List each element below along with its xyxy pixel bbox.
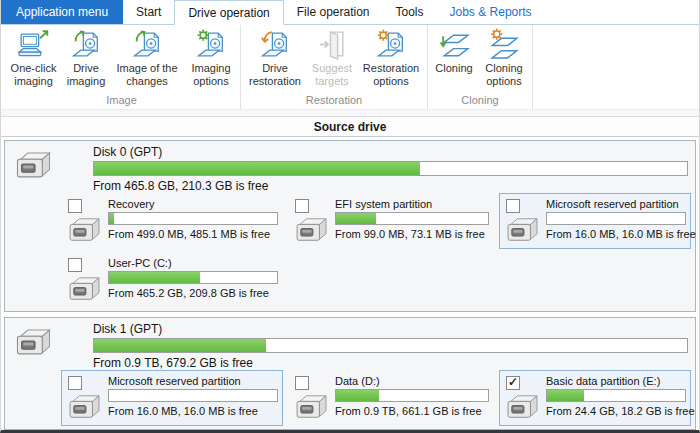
ribbon-button-label: Cloning options [479,62,529,88]
tab-application-menu[interactable]: Application menu [1,0,123,24]
ribbon-button-one-click-imaging[interactable]: One-click imaging [5,26,62,90]
ribbon-splitter [1,109,699,117]
used-space-fill [109,213,114,224]
disk-header[interactable]: Disk 1 (GPT)From 0.9 TB, 679.2 GB is fre… [5,318,695,370]
partition-row: Microsoft reserved partitionFrom 16.0 MB… [5,370,695,429]
ribbon-button-label: Restoration options [358,62,424,88]
partition-free-text: From 0.9 TB, 661.1 GB is free [335,405,489,417]
used-space-bar [108,389,278,402]
partition-row: RecoveryFrom 499.0 MB, 485.1 MB is free … [5,193,695,252]
partition-card-microsoft-reserved-partition[interactable]: Microsoft reserved partitionFrom 16.0 MB… [61,370,283,426]
partition-card-data-d[interactable]: Data (D:)From 0.9 TB, 661.1 GB is free [288,370,494,426]
used-space-bar [93,338,688,353]
partition-free-text: From 16.0 MB, 16.0 MB is free [546,228,686,240]
partition-title: Basic data partition (E:) [546,375,686,387]
used-space-fill [336,390,379,401]
ribbon-button-suggest-targets[interactable]: Suggest targets [307,26,357,90]
one-click-imaging-icon [17,28,50,61]
ribbon-button-image-of-the-changes[interactable]: Image of the changes [110,26,184,90]
used-space-bar [546,389,686,402]
used-space-bar [335,389,489,402]
tab-tools[interactable]: Tools [383,0,437,24]
tab-jobs-reports[interactable]: Jobs & Reports [437,0,545,24]
partition-drive-icon [293,393,331,421]
ribbon-button-drive-restoration[interactable]: Drive restoration [243,26,307,90]
partition-checkbox[interactable] [68,376,82,390]
suggest-targets-icon [316,28,349,61]
disk-panel-disk-1-gpt: Disk 1 (GPT)From 0.9 TB, 679.2 GB is fre… [4,317,696,430]
imaging-options-icon [195,28,228,61]
partition-card-recovery[interactable]: RecoveryFrom 499.0 MB, 485.1 MB is free [61,193,283,249]
partition-free-text: From 24.4 GB, 18.2 GB is free [546,405,686,417]
ribbon-button-label: One-click imaging [6,62,61,88]
partition-card-basic-data-partition-e[interactable]: Basic data partition (E:)From 24.4 GB, 1… [499,370,691,426]
partition-checkbox[interactable] [506,376,520,390]
partition-drive-icon [66,275,104,303]
partition-title: Microsoft reserved partition [108,375,278,387]
partition-checkbox[interactable] [68,258,82,272]
disk-header[interactable]: Disk 0 (GPT)From 465.8 GB, 210.3 GB is f… [5,141,695,193]
restoration-options-icon [375,28,408,61]
used-space-fill [547,390,584,401]
tab-start[interactable]: Start [123,0,174,24]
partition-free-text: From 499.0 MB, 485.1 MB is free [108,228,278,240]
cloning-icon [438,28,471,61]
used-space-fill [94,339,266,352]
disk-title: Disk 1 (GPT) [93,322,688,336]
image-of-changes-icon [131,28,164,61]
partition-card-efi-system-partition[interactable]: EFI system partitionFrom 99.0 MB, 73.1 M… [288,193,494,249]
tab-drive-operation[interactable]: Drive operation [174,0,283,25]
ribbon-button-label: Drive imaging [63,62,109,88]
partition-title: Data (D:) [335,375,489,387]
ribbon-button-cloning[interactable]: Cloning [430,26,478,77]
disk-drive-icon [13,327,55,358]
drive-imaging-icon [70,28,103,61]
partition-card-microsoft-reserved-partition[interactable]: Microsoft reserved partitionFrom 16.0 MB… [499,193,691,249]
used-space-bar [93,161,688,176]
ribbon-group-cloning: Cloning Cloning optionsCloning [428,25,533,109]
partition-row: User-PC (C:)From 465.2 GB, 209.8 GB is f… [5,252,695,311]
ribbon-group-label: Restoration [243,94,425,109]
ribbon-button-drive-imaging[interactable]: Drive imaging [62,26,110,90]
partition-free-text: From 99.0 MB, 73.1 MB is free [335,228,489,240]
tab-bar: Application menuStartDrive operationFile… [1,0,699,25]
ribbon-group-label: Cloning [430,94,530,109]
ribbon-button-label: Suggest targets [308,62,356,88]
partition-checkbox[interactable] [506,199,520,213]
partition-title: User-PC (C:) [108,257,278,269]
cloning-options-icon [488,28,521,61]
partition-checkbox[interactable] [68,199,82,213]
ribbon-button-label: Cloning [435,62,472,75]
disk-list: Disk 0 (GPT)From 465.8 GB, 210.3 GB is f… [1,137,699,430]
partition-free-text: From 465.2 GB, 209.8 GB is free [108,287,278,299]
tab-file-operation[interactable]: File operation [284,0,383,24]
used-space-bar [108,271,278,284]
partition-drive-icon [504,393,542,421]
source-drive-header: Source drive [1,117,699,137]
partition-free-text: From 16.0 MB, 16.0 MB is free [108,405,278,417]
partition-drive-icon [66,393,104,421]
ribbon-button-label: Image of the changes [111,62,183,88]
disk-free-text: From 465.8 GB, 210.3 GB is free [93,179,688,193]
ribbon-button-label: Drive restoration [244,62,306,88]
ribbon-button-cloning-options[interactable]: Cloning options [478,26,530,90]
ribbon-button-label: Imaging options [185,62,237,88]
ribbon-button-imaging-options[interactable]: Imaging options [184,26,238,90]
partition-checkbox[interactable] [295,199,309,213]
used-space-bar [546,212,686,225]
ribbon-group-restoration: Drive restoration Suggest targets Restor… [241,25,428,109]
partition-card-user-pc-c[interactable]: User-PC (C:)From 465.2 GB, 209.8 GB is f… [61,252,283,308]
source-drive-title: Source drive [314,120,387,134]
ribbon-group-label: Image [5,94,238,109]
partition-title: Recovery [108,198,278,210]
partition-title: EFI system partition [335,198,489,210]
ribbon: One-click imaging Drive imaging Image of… [1,25,699,109]
partition-drive-icon [504,216,542,244]
partition-title: Microsoft reserved partition [546,198,686,210]
partition-checkbox[interactable] [295,376,309,390]
ribbon-button-restoration-options[interactable]: Restoration options [357,26,425,90]
partition-drive-icon [293,216,331,244]
disk-drive-icon [13,150,55,181]
disk-panel-disk-0-gpt: Disk 0 (GPT)From 465.8 GB, 210.3 GB is f… [4,140,696,312]
partition-drive-icon [66,216,104,244]
